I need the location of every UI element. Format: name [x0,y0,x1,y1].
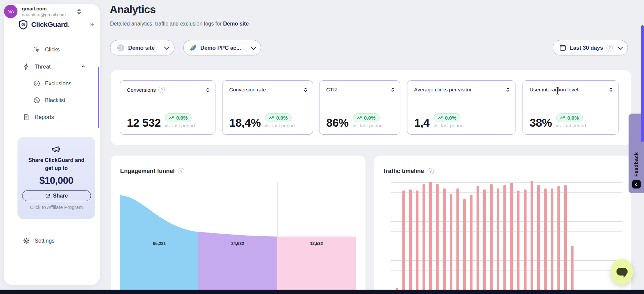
kpi-compare-label: vs. last period [353,123,383,128]
timeline-gridline [391,182,623,183]
external-link-icon [45,193,50,199]
trending-up-icon [269,116,274,120]
timeline-gridline [391,251,623,251]
megaphone-icon [51,144,61,154]
timeline-bar [416,191,418,294]
help-icon[interactable]: ? [158,87,165,93]
avatar: NA [4,5,17,18]
timeline-bar [551,188,553,294]
timeline-bar [571,246,574,294]
lightning-icon [23,63,30,70]
timeline-bar [429,182,432,294]
kpi-panel: Conversions ? 12 532 0.0% vs. last perio… [111,70,631,145]
timeline-bar [544,188,547,294]
kpi-card-avg-clicks[interactable]: Average clicks per visitor 1,4 0.0% vs. … [407,80,515,135]
kpi-card-ctr[interactable]: CTR 86% 0.0% vs. last period [319,80,400,135]
account-email: naatali.ro@gmail.com [22,12,66,17]
sidebar-item-label: Reports [35,114,54,120]
timeline-bar [470,195,473,294]
timeline-bar [463,199,466,294]
sidebar-item-label: Settings [35,238,55,244]
sidebar-item-settings[interactable]: Settings [4,235,100,247]
timeline-gridline [391,270,623,270]
sidebar-item-reports[interactable]: Reports [4,111,100,123]
kpi-card-conversions[interactable]: Conversions ? 12 532 0.0% vs. last perio… [120,80,215,135]
share-button-label: Share [53,193,68,199]
kpi-compare-label: vs. last period [265,123,295,128]
chat-widget-button[interactable] [611,259,633,285]
timeline-bar [483,190,486,294]
sidebar-collapse-icon[interactable] [88,21,96,29]
affiliate-caption: Click to Affiliate Program [17,205,95,210]
up-down-chevron-icon [77,9,81,14]
kpi-label: CTR [326,87,337,93]
sidebar-item-label: Clicks [45,46,60,53]
date-range-selector[interactable]: Last 30 days ? [553,40,628,55]
sort-icon[interactable] [391,87,395,92]
timeline-bar [490,184,493,294]
page-subtitle: Detailed analytics, traffic and exclusio… [110,21,249,27]
sidebar-item-label: Exclusions [45,80,71,87]
kpi-card-interaction-level[interactable]: User interaction level 38% 0.0% vs. last… [523,80,618,135]
ppc-account-selector[interactable]: Demo PPC ac... [183,40,261,55]
help-icon[interactable]: ? [606,45,613,51]
funnel-stage-value: 12,532 [310,241,323,246]
delta-badge: 0.0% [265,113,292,122]
feedback-label: Feedback [633,152,639,177]
sort-icon[interactable] [206,87,210,93]
sidebar-item-exclusions[interactable]: Exclusions [4,77,100,89]
chevron-up-icon[interactable] [81,64,86,69]
site-selector[interactable]: Demo site [110,40,175,55]
engagement-funnel-card: Engagement funnel ? 65,221 24,632 12,532 [111,156,365,294]
sidebar-item-clicks[interactable]: Clicks [4,43,100,55]
timeline-bar [510,183,513,294]
sidebar-item-blacklist[interactable]: Blacklist [4,94,100,106]
timeline-gridline [391,221,623,222]
google-ads-icon [190,44,197,51]
document-icon [23,114,30,121]
sort-icon[interactable] [609,87,613,92]
funnel-chart [111,156,365,294]
timeline-bar [450,194,452,294]
timeline-bar [477,186,479,294]
delta-badge: 0.0% [165,113,192,122]
cursor-click-icon [33,46,40,53]
kpi-compare-label: vs. last period [165,123,195,128]
scrollbar-thumb[interactable] [641,25,644,142]
timeline-bar [443,188,446,294]
share-button[interactable]: Share [22,190,91,201]
kpi-card-conversion-rate[interactable]: Conversion rate 18,4% 0.0% vs. last peri… [222,80,313,135]
chevron-down-icon [251,44,256,50]
globe-icon [116,44,125,52]
site-selector-value: Demo site [128,45,155,51]
timeline-bar [409,190,412,294]
timeline-bar [456,188,459,294]
affiliate-promo-card[interactable]: Share ClickGuard and get up to $10,000 S… [17,137,95,219]
timeline-bar [497,188,499,294]
timeline-gridline [391,260,623,261]
sort-icon[interactable] [304,87,307,92]
timeline-bar [436,184,439,294]
delta-badge: 0.0% [353,113,380,122]
timeline-bar [423,184,425,294]
funnel-stage-value: 24,632 [231,241,244,246]
kpi-value: 38% [530,117,552,128]
chevron-down-icon [617,44,623,50]
account-switcher[interactable]: NA gmail.com naatali.ro@gmail.com [4,4,81,19]
sidebar-item-threat[interactable]: Threat [4,60,100,73]
clickguard-shield-icon: G [18,19,28,30]
brand-logo[interactable]: G ClickGuard. [18,19,70,30]
timeline-plot [374,156,631,294]
timeline-bar [524,190,527,294]
sort-icon[interactable] [506,87,510,92]
promo-amount: $10,000 [17,175,95,186]
brand-name: ClickGuard [31,20,68,28]
gear-icon [23,237,30,244]
kpi-label: Conversion rate [229,87,266,93]
timeline-gridline [391,231,623,232]
timeline-bar [402,191,405,294]
timeline-bar [557,186,560,294]
kpi-value: 1,4 [414,117,430,128]
timeline-gridline [391,202,623,202]
account-name: gmail.com [22,6,66,11]
